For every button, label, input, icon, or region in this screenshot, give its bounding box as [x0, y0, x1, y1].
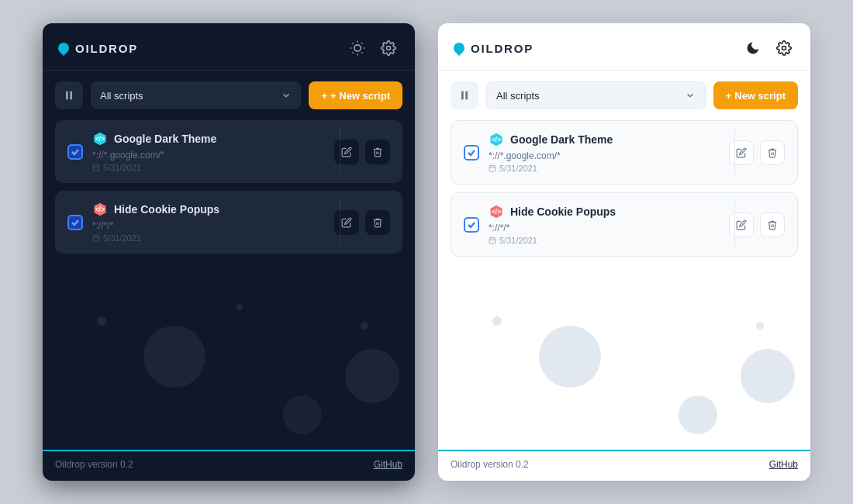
dark-github-link[interactable]: GitHub [374, 459, 402, 470]
light-script-2-date: 5/31/2021 [489, 236, 720, 245]
svg-rect-20 [93, 236, 99, 242]
light-pause-button[interactable] [451, 81, 478, 109]
svg-rect-10 [66, 91, 68, 100]
light-script-2-title-row: </> Hide Cookie Popups [489, 204, 720, 219]
light-scripts-dropdown[interactable]: All scripts [486, 81, 706, 109]
dark-script-1-url: *://*.google.com/* [92, 150, 325, 161]
light-panel-footer: Oildrop version 0.2 GitHub [438, 450, 810, 481]
light-deco-sq-1 [492, 316, 502, 326]
light-script-item-1: </> Google Dark Theme *://*.google.com/*… [451, 120, 798, 185]
light-new-script-button[interactable]: + New script [713, 81, 798, 109]
light-panel: OILDROP All scripts [438, 23, 810, 481]
deco-sq-1 [97, 316, 106, 326]
light-script-1-info: </> Google Dark Theme *://*.google.com/*… [489, 132, 720, 173]
svg-point-9 [387, 47, 391, 50]
svg-text:</>: </> [95, 135, 105, 143]
dark-panel-footer: Oildrop version 0.2 GitHub [43, 450, 415, 481]
dark-script-2-info: </> Hide Cookie Popups *://*/* 5/31/2021 [92, 202, 325, 243]
dark-script-item-1: </> Google Dark Theme *://*.google.com/*… [55, 120, 402, 183]
light-script-2-delete-button[interactable] [760, 212, 785, 237]
dark-script-1-info: </> Google Dark Theme *://*.google.com/*… [92, 131, 325, 172]
dark-script-1-date: 5/31/2021 [92, 163, 325, 172]
light-script-1-clock-icon [489, 164, 496, 172]
dark-script-2-title-row: </> Hide Cookie Popups [92, 202, 325, 217]
dark-script-2-checkbox[interactable] [67, 215, 83, 230]
light-script-1-url: *://*.google.com/* [489, 150, 720, 161]
light-toolbar: All scripts + New script [438, 71, 810, 120]
svg-rect-11 [70, 91, 72, 100]
dark-script-2-edit-button[interactable] [334, 210, 359, 235]
light-script-1-divider [734, 129, 735, 176]
light-script-2-checkbox[interactable] [464, 217, 479, 233]
dark-sun-icon[interactable] [347, 37, 368, 59]
svg-rect-35 [489, 238, 496, 244]
light-script-1-icon: </> [489, 132, 504, 147]
light-script-1-actions [729, 140, 785, 165]
light-moon-icon[interactable] [742, 37, 764, 59]
svg-line-7 [353, 52, 354, 53]
dark-footer-version: Oildrop version 0.2 [55, 459, 133, 470]
light-script-1-checkbox[interactable] [464, 145, 479, 161]
light-script-1-edit-button[interactable] [729, 140, 754, 165]
dark-logo-text: OILDROP [75, 42, 138, 55]
svg-line-4 [361, 52, 362, 53]
light-deco-circle-1 [539, 326, 601, 388]
dark-script-item-2: </> Hide Cookie Popups *://*/* 5/31/2021 [55, 191, 402, 254]
light-script-2-divider [734, 201, 735, 248]
light-new-script-label: New script [734, 90, 786, 102]
dark-script-1-divider [340, 128, 340, 175]
light-github-link[interactable]: GitHub [769, 459, 798, 470]
light-logo: OILDROP [454, 42, 534, 55]
svg-point-24 [782, 47, 786, 50]
dark-script-1-clock-icon [92, 164, 100, 171]
light-deco-sq-2 [756, 322, 764, 330]
light-script-2-clock-icon [489, 236, 496, 244]
light-dropdown-label: All scripts [496, 90, 540, 102]
dark-new-script-label: + New script [330, 90, 390, 102]
svg-rect-26 [465, 91, 468, 100]
light-script-2-url: *://*/* [489, 223, 720, 233]
light-script-2-edit-button[interactable] [729, 212, 754, 237]
light-script-item-2: </> Hide Cookie Popups *://*/* 5/31/2021 [451, 192, 798, 257]
dark-gear-icon[interactable] [378, 37, 399, 59]
svg-text:</>: </> [95, 205, 105, 213]
light-script-2-icon: </> [489, 204, 504, 219]
light-new-script-plus: + [726, 90, 732, 102]
dark-script-2-url: *://*/* [92, 220, 325, 231]
light-panel-header: OILDROP [438, 23, 810, 71]
dark-pause-button[interactable] [55, 81, 83, 109]
svg-rect-14 [93, 165, 99, 171]
deco-circle-3 [283, 395, 322, 434]
light-script-1-delete-button[interactable] [760, 140, 785, 165]
light-scripts-list: </> Google Dark Theme *://*.google.com/*… [438, 120, 810, 257]
svg-line-8 [361, 43, 362, 44]
dark-script-1-delete-button[interactable] [365, 140, 390, 164]
dark-scripts-list: </> Google Dark Theme *://*.google.com/*… [43, 120, 415, 254]
dark-script-2-delete-button[interactable] [365, 210, 390, 235]
svg-text:</>: </> [492, 208, 501, 216]
light-script-1-name: Google Dark Theme [510, 133, 613, 146]
light-footer-version: Oildrop version 0.2 [451, 459, 529, 470]
light-script-1-date: 5/31/2021 [489, 164, 720, 173]
dark-new-script-button[interactable]: + + New script [309, 81, 402, 109]
light-logo-drop [451, 40, 467, 56]
dark-script-2-actions [334, 210, 390, 235]
light-script-1-title-row: </> Google Dark Theme [489, 132, 720, 147]
light-gear-icon[interactable] [773, 37, 795, 59]
light-script-2-name: Hide Cookie Popups [510, 205, 616, 218]
dark-script-2-icon: </> [92, 202, 108, 217]
deco-sq-3 [237, 304, 243, 310]
dark-script-1-icon: </> [92, 131, 108, 147]
dark-script-1-checkbox[interactable] [67, 144, 83, 160]
dark-toolbar: All scripts + + New script [43, 71, 415, 120]
light-script-2-actions [729, 212, 785, 237]
svg-rect-25 [461, 91, 464, 100]
dark-script-1-edit-button[interactable] [334, 140, 359, 164]
light-logo-text: OILDROP [471, 42, 534, 55]
deco-sq-2 [361, 322, 368, 330]
svg-line-3 [353, 43, 354, 44]
dark-script-2-date: 5/31/2021 [92, 233, 325, 243]
dark-scripts-dropdown[interactable]: All scripts [91, 81, 301, 109]
light-deco-circle-3 [679, 395, 717, 434]
dark-header-icons [347, 37, 399, 59]
